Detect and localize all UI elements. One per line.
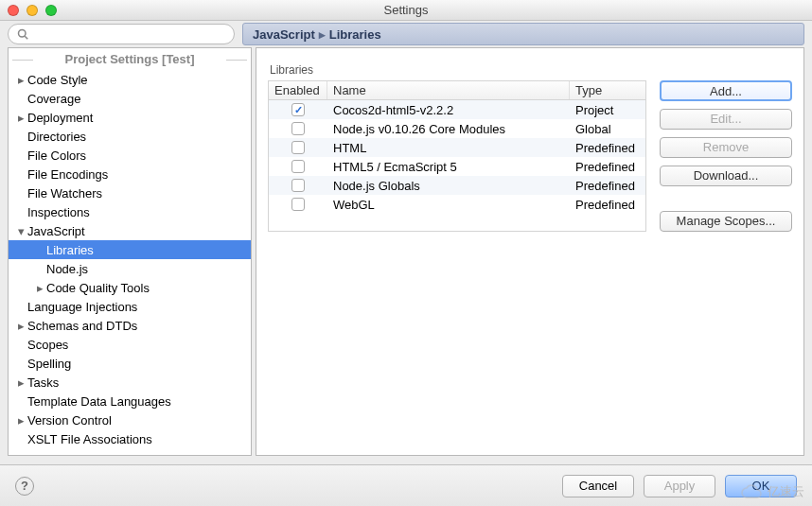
chevron-down-icon[interactable]: ▾ (14, 224, 27, 238)
library-type: Predefined (570, 160, 645, 174)
enabled-checkbox[interactable] (291, 179, 305, 192)
chevron-right-icon: ▸ (319, 27, 326, 42)
dialog-footer: ? Cancel Apply OK (0, 464, 812, 506)
tree-item[interactable]: Inspections (9, 202, 251, 221)
library-name: Cocos2d-html5-v2.2.2 (327, 103, 570, 117)
zoom-window-button[interactable] (45, 5, 57, 16)
column-enabled[interactable]: Enabled (269, 81, 327, 99)
tree-item[interactable]: ▸Version Control (9, 410, 251, 429)
section-label: Libraries (270, 63, 792, 77)
window-controls (8, 5, 57, 16)
tree-item-label: Directories (27, 130, 86, 144)
library-name: HTML (327, 141, 570, 155)
library-name: WebGL (327, 198, 570, 212)
library-name: Node.js Globals (327, 179, 570, 193)
enabled-checkbox[interactable] (291, 141, 305, 154)
window-title: Settings (0, 3, 812, 17)
tree-item[interactable]: Coverage (9, 89, 251, 108)
tree-item[interactable]: ▾JavaScript (9, 221, 251, 240)
breadcrumb-root[interactable]: JavaScript (253, 27, 315, 42)
tree-item[interactable]: Libraries (9, 240, 251, 259)
tree-item-label: Libraries (46, 243, 94, 257)
tree-item[interactable]: Scopes (9, 335, 251, 354)
column-name[interactable]: Name (327, 81, 570, 99)
library-type: Global (570, 122, 645, 136)
download-button[interactable]: Download... (660, 166, 792, 186)
tree-item-label: JavaScript (27, 224, 85, 238)
svg-point-0 (19, 30, 26, 38)
toolbar: JavaScript ▸ Libraries (0, 21, 812, 47)
remove-button[interactable]: Remove (660, 137, 792, 158)
add-button[interactable]: Add... (660, 80, 792, 101)
library-name: HTML5 / EcmaScript 5 (327, 160, 570, 174)
libraries-table[interactable]: Enabled Name Type Cocos2d-html5-v2.2.2Pr… (268, 80, 646, 232)
tree-item-label: Scopes (27, 338, 68, 352)
group-header-project: Project Settings [Test] (9, 52, 251, 66)
enabled-checkbox[interactable] (291, 198, 305, 211)
table-row[interactable]: WebGLPredefined (269, 195, 645, 214)
edit-button[interactable]: Edit... (660, 109, 792, 130)
enabled-checkbox[interactable] (291, 122, 305, 135)
minimize-window-button[interactable] (26, 5, 38, 16)
tree-item[interactable]: ▸Deployment (9, 108, 251, 127)
tree-item[interactable]: Template Data Languages (9, 392, 251, 410)
tree-item[interactable]: ▸Code Style (9, 70, 251, 89)
tree-item[interactable]: Spelling (9, 354, 251, 373)
table-row[interactable]: Node.js GlobalsPredefined (269, 176, 645, 195)
table-row[interactable]: Cocos2d-html5-v2.2.2Project (269, 100, 645, 119)
tree-item-label: Template Data Languages (27, 394, 171, 409)
tree-item-label: Spelling (27, 357, 71, 371)
tree-item[interactable]: File Encodings (9, 165, 251, 183)
enabled-checkbox[interactable] (291, 103, 305, 116)
table-row[interactable]: Node.js v0.10.26 Core ModulesGlobal (269, 119, 645, 138)
tree-item-label: Version Control (27, 413, 112, 427)
tree-item-label: Code Style (27, 73, 88, 87)
apply-button[interactable]: Apply (644, 475, 715, 497)
tree-item-label: XSLT File Associations (27, 432, 152, 446)
library-type: Project (570, 103, 645, 117)
tree-item[interactable]: File Colors (9, 146, 251, 165)
table-row[interactable]: HTML5 / EcmaScript 5Predefined (269, 157, 645, 176)
library-type: Predefined (570, 141, 645, 155)
table-header: Enabled Name Type (269, 81, 645, 100)
search-field[interactable] (8, 24, 235, 44)
chevron-right-icon[interactable]: ▸ (14, 73, 27, 87)
chevron-right-icon[interactable]: ▸ (14, 413, 27, 427)
group-header-ide: IDE Settings (9, 452, 251, 456)
enabled-checkbox[interactable] (291, 160, 305, 173)
tree-item-label: File Colors (27, 148, 86, 163)
tree-item[interactable]: Directories (9, 127, 251, 146)
tree-item-label: Deployment (27, 111, 93, 125)
tree-item[interactable]: XSLT File Associations (9, 429, 251, 448)
cloud-icon (741, 484, 764, 499)
chevron-right-icon[interactable]: ▸ (14, 319, 27, 333)
library-type: Predefined (570, 198, 645, 212)
close-window-button[interactable] (8, 5, 19, 16)
tree-item[interactable]: ▸Schemas and DTDs (9, 316, 251, 335)
tree-item-label: Node.js (46, 262, 88, 276)
tree-item-label: File Watchers (27, 186, 102, 201)
table-row[interactable]: HTMLPredefined (269, 138, 645, 157)
settings-tree[interactable]: Project Settings [Test] ▸Code StyleCover… (8, 47, 252, 456)
chevron-right-icon[interactable]: ▸ (14, 111, 27, 125)
tree-item[interactable]: Language Injections (9, 297, 251, 316)
search-input[interactable] (33, 27, 226, 41)
help-button[interactable]: ? (15, 477, 34, 496)
tree-item[interactable]: ▸Tasks (9, 373, 251, 392)
cancel-button[interactable]: Cancel (562, 475, 634, 497)
title-bar: Settings (0, 0, 812, 21)
manage-scopes-button[interactable]: Manage Scopes... (660, 211, 792, 232)
chevron-right-icon[interactable]: ▸ (14, 375, 27, 390)
library-name: Node.js v0.10.26 Core Modules (327, 122, 570, 136)
tree-item[interactable]: ▸Code Quality Tools (9, 278, 251, 297)
tree-item[interactable]: Node.js (9, 259, 251, 278)
tree-item-label: Coverage (27, 92, 80, 106)
tree-item-label: Schemas and DTDs (27, 319, 137, 333)
tree-item-label: Tasks (27, 375, 59, 390)
action-buttons: Add... Edit... Remove Download... Manage… (660, 80, 792, 232)
tree-item-label: Language Injections (27, 300, 137, 314)
tree-item[interactable]: File Watchers (9, 183, 251, 202)
breadcrumb: JavaScript ▸ Libraries (242, 23, 804, 45)
chevron-right-icon[interactable]: ▸ (33, 281, 46, 295)
column-type[interactable]: Type (570, 81, 645, 99)
